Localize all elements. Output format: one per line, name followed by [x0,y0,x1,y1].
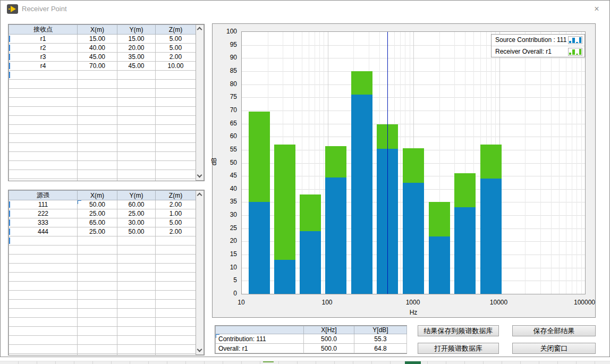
table-cell[interactable] [9,345,78,354]
table-cell[interactable] [9,327,78,336]
table-cell[interactable] [156,179,196,182]
table-cell[interactable] [117,246,156,255]
table-cell[interactable] [78,80,117,89]
table-cell[interactable] [78,291,117,300]
table-cell[interactable]: 5.00 [156,35,196,44]
table-cell[interactable] [117,143,156,152]
table-cell[interactable] [78,170,117,179]
table-cell[interactable] [78,345,117,354]
table-cell[interactable] [117,89,156,98]
table-cell[interactable] [78,318,117,327]
table-cell[interactable] [117,236,156,246]
table-cell[interactable]: Overall: r1 [216,344,304,353]
table-cell[interactable] [9,336,78,345]
table-cell[interactable]: 2.00 [156,227,196,236]
table-cell[interactable] [156,318,196,327]
table-cell[interactable] [156,125,196,134]
table-cell[interactable] [78,236,117,246]
table-cell[interactable] [78,354,117,356]
legend-item[interactable]: Source Contribution : 111 [492,35,584,46]
table-cell[interactable] [9,71,78,80]
table-cell[interactable] [117,179,156,182]
legend-item[interactable]: Receiver Overall: r1 [492,46,584,57]
table-cell[interactable] [78,98,117,107]
table-cell[interactable] [156,71,196,80]
receiver-table-scrollbar[interactable] [196,24,204,181]
table-cell[interactable]: 35.00 [117,53,156,62]
table-cell[interactable] [9,236,78,246]
table-cell[interactable] [78,282,117,291]
table-cell[interactable]: 15.00 [78,35,117,44]
table-cell[interactable] [117,345,156,354]
table-cell[interactable] [156,345,196,354]
table-cell[interactable]: 60.00 [117,200,156,209]
table-cell[interactable] [156,282,196,291]
table-cell[interactable]: 55.3 [354,334,407,344]
table-cell[interactable] [156,98,196,107]
table-cell[interactable]: 40.00 [78,44,117,53]
table-cell[interactable] [9,80,78,89]
table-cell[interactable]: 2.00 [156,200,196,209]
table-cell[interactable] [9,143,78,152]
table-cell[interactable]: 25.00 [78,227,117,236]
table-cell[interactable]: 111 [9,200,78,209]
table-cell[interactable] [117,80,156,89]
open-spectrum-db-button[interactable]: 打开频谱数据库 [418,343,499,354]
table-cell[interactable] [156,273,196,282]
table-cell[interactable] [9,300,78,309]
table-cell[interactable] [117,336,156,345]
table-cell[interactable] [156,170,196,179]
table-cell[interactable] [117,309,156,318]
table-cell[interactable] [117,107,156,116]
table-cell[interactable]: 65.00 [78,218,117,227]
table-cell[interactable] [117,264,156,273]
table-cell[interactable]: 15.00 [117,35,156,44]
table-cell[interactable] [117,273,156,282]
table-cell[interactable] [117,300,156,309]
table-cell[interactable]: 222 [9,209,78,218]
table-cell[interactable]: r4 [9,62,78,71]
table-cell[interactable] [117,318,156,327]
table-cell[interactable] [78,336,117,345]
table-cell[interactable] [78,143,117,152]
table-cell[interactable] [9,89,78,98]
table-cell[interactable]: 50.00 [117,227,156,236]
table-cell[interactable]: 444 [9,227,78,236]
table-cell[interactable] [117,354,156,356]
table-cell[interactable] [156,80,196,89]
scroll-up-button[interactable] [196,191,204,199]
table-cell[interactable] [9,264,78,273]
table-cell[interactable] [78,116,117,125]
table-cell[interactable] [117,161,156,170]
table-cell[interactable] [78,246,117,255]
source-table-scrollbar[interactable] [196,190,204,355]
table-cell[interactable] [9,107,78,116]
close-icon[interactable]: × [590,3,603,15]
table-cell[interactable] [117,282,156,291]
table-cell[interactable]: 500.0 [304,344,354,353]
table-cell[interactable] [156,89,196,98]
table-cell[interactable] [78,264,117,273]
table-cell[interactable] [9,116,78,125]
table-cell[interactable] [9,291,78,300]
table-cell[interactable]: 1.00 [156,209,196,218]
table-cell[interactable]: 500.0 [304,334,354,344]
plot-area[interactable] [241,31,586,294]
table-cell[interactable]: 64.8 [354,344,407,353]
table-cell[interactable]: 333 [9,218,78,227]
table-cell[interactable] [9,179,78,182]
table-cell[interactable]: 10.00 [156,62,196,71]
table-cell[interactable] [9,98,78,107]
table-cell[interactable]: 25.00 [78,209,117,218]
scroll-up-button[interactable] [196,25,204,33]
table-cell[interactable] [117,116,156,125]
table-cell[interactable] [117,291,156,300]
table-cell[interactable] [78,327,117,336]
table-cell[interactable] [78,179,117,182]
table-cell[interactable] [156,354,196,356]
save-results-to-spectrum-db-button[interactable]: 结果保存到频谱数据库 [418,325,499,336]
table-cell[interactable]: 5.00 [156,44,196,53]
table-cell[interactable] [9,255,78,264]
table-cell[interactable] [9,354,78,356]
table-cell[interactable] [117,134,156,143]
